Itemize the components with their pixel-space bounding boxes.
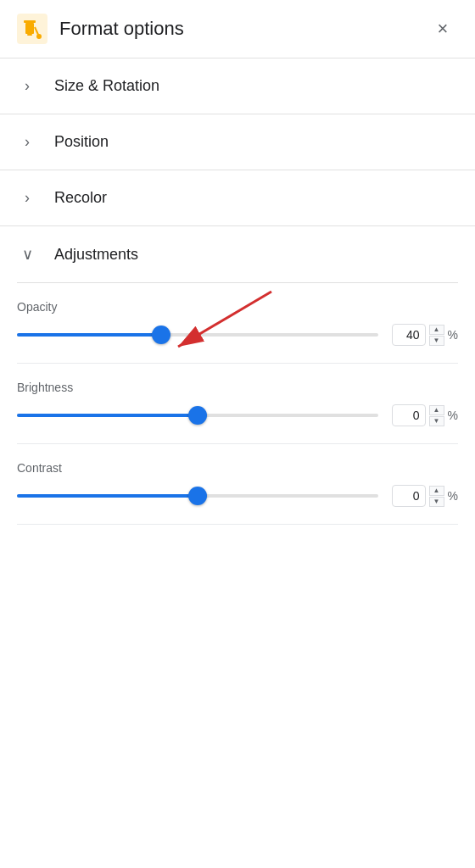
chevron-down-icon: ∨ [17, 245, 37, 264]
svg-rect-1 [24, 20, 36, 23]
contrast-label: Contrast [17, 461, 458, 475]
section-recolor-label: Recolor [54, 189, 107, 207]
opacity-group: Opacity ▲ ▼ % [17, 283, 458, 364]
brightness-label: Brightness [17, 381, 458, 394]
brightness-increment[interactable]: ▲ [429, 405, 444, 415]
brightness-spinner: ▲ ▼ [429, 405, 444, 426]
close-button[interactable]: × [428, 14, 458, 44]
brightness-input[interactable] [392, 404, 426, 426]
brightness-decrement[interactable]: ▼ [429, 416, 444, 426]
page-title: Format options [59, 18, 428, 40]
opacity-decrement[interactable]: ▼ [429, 336, 444, 346]
format-icon [17, 14, 48, 44]
adjustments-section: ∨ Adjustments Opacity [0, 226, 475, 525]
brightness-percent: % [448, 409, 458, 422]
contrast-group: Contrast ▲ ▼ % [17, 444, 458, 525]
section-recolor[interactable]: › Recolor [0, 170, 475, 226]
adjustments-content: Opacity ▲ ▼ % Brightness [17, 283, 458, 525]
opacity-fill [17, 333, 161, 337]
chevron-right-icon: › [17, 133, 37, 151]
contrast-fill [17, 494, 198, 498]
contrast-increment[interactable]: ▲ [429, 486, 444, 496]
opacity-value-group: ▲ ▼ % [392, 324, 458, 346]
chevron-right-icon: › [17, 189, 37, 207]
contrast-value-group: ▲ ▼ % [392, 485, 458, 507]
brightness-thumb[interactable] [188, 406, 207, 425]
brightness-group: Brightness ▲ ▼ % [17, 364, 458, 444]
opacity-increment[interactable]: ▲ [429, 325, 444, 335]
brightness-slider-container[interactable] [17, 405, 378, 426]
format-options-header: Format options × [0, 0, 475, 58]
contrast-thumb[interactable] [188, 487, 207, 505]
contrast-spinner: ▲ ▼ [429, 486, 444, 507]
opacity-input[interactable] [392, 324, 426, 346]
adjustments-label: Adjustments [54, 246, 138, 264]
section-size-rotation[interactable]: › Size & Rotation [0, 58, 475, 114]
section-size-rotation-label: Size & Rotation [54, 77, 159, 95]
contrast-decrement[interactable]: ▼ [429, 497, 444, 507]
brightness-value-group: ▲ ▼ % [392, 404, 458, 426]
opacity-slider-container[interactable] [17, 325, 378, 345]
brightness-slider-row: ▲ ▼ % [17, 404, 458, 426]
chevron-right-icon: › [17, 77, 37, 95]
opacity-thumb[interactable] [152, 326, 170, 344]
contrast-slider-row: ▲ ▼ % [17, 485, 458, 507]
section-position-label: Position [54, 133, 109, 151]
contrast-slider-container[interactable] [17, 486, 378, 506]
contrast-input[interactable] [392, 485, 426, 507]
brightness-fill [17, 414, 198, 417]
opacity-slider-row: ▲ ▼ % [17, 324, 458, 346]
opacity-label: Opacity [17, 300, 458, 314]
svg-rect-3 [27, 34, 32, 36]
contrast-percent: % [448, 489, 458, 503]
section-position[interactable]: › Position [0, 114, 475, 170]
opacity-percent: % [448, 328, 458, 342]
opacity-spinner: ▲ ▼ [429, 325, 444, 346]
svg-rect-2 [25, 23, 34, 34]
adjustments-header[interactable]: ∨ Adjustments [17, 226, 458, 283]
